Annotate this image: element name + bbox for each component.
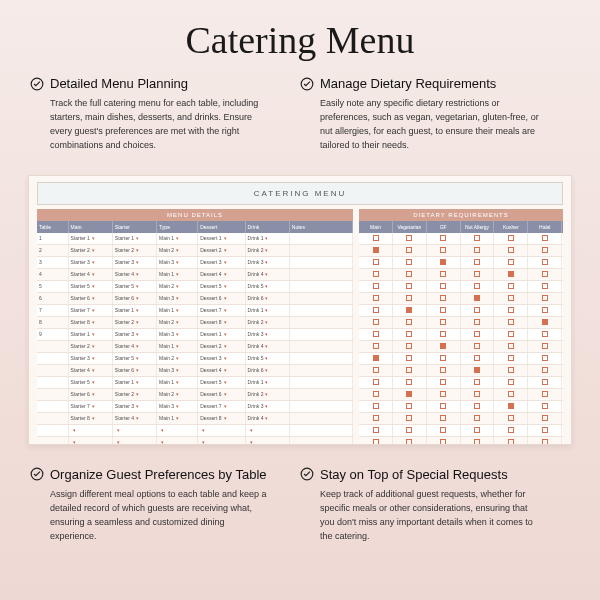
checkbox-icon[interactable]	[406, 427, 412, 433]
checkbox-icon[interactable]	[406, 331, 412, 337]
checkbox-icon[interactable]	[542, 307, 548, 313]
checkbox-icon[interactable]	[542, 271, 548, 277]
checkbox-icon[interactable]	[406, 259, 412, 265]
checkbox-icon[interactable]	[542, 379, 548, 385]
checkbox-icon[interactable]	[542, 295, 548, 301]
checkbox-icon[interactable]	[474, 427, 480, 433]
checkbox-icon[interactable]	[373, 259, 379, 265]
checkbox-icon[interactable]	[440, 379, 446, 385]
checkbox-icon[interactable]	[508, 415, 514, 421]
checkbox-icon[interactable]	[508, 367, 514, 373]
checkbox-icon[interactable]	[406, 319, 412, 325]
checkbox-icon[interactable]	[373, 307, 379, 313]
checkbox-icon[interactable]	[508, 439, 514, 445]
checkbox-icon[interactable]	[474, 379, 480, 385]
checkbox-icon[interactable]	[474, 355, 480, 361]
checkbox-icon[interactable]	[474, 283, 480, 289]
checkbox-icon[interactable]	[474, 319, 480, 325]
checkbox-icon[interactable]	[440, 247, 446, 253]
checkbox-icon[interactable]	[542, 283, 548, 289]
checkbox-icon[interactable]	[474, 415, 480, 421]
checkbox-icon[interactable]	[373, 367, 379, 373]
checkbox-icon[interactable]	[474, 307, 480, 313]
checkbox-icon[interactable]	[474, 343, 480, 349]
checkbox-icon[interactable]	[440, 355, 446, 361]
checkbox-icon[interactable]	[542, 331, 548, 337]
checkbox-icon[interactable]	[373, 271, 379, 277]
checkbox-icon[interactable]	[508, 331, 514, 337]
checkbox-icon[interactable]	[474, 271, 480, 277]
checkbox-icon[interactable]	[440, 391, 446, 397]
checkbox-icon[interactable]	[373, 247, 379, 253]
checkbox-icon[interactable]	[508, 247, 514, 253]
checkbox-icon[interactable]	[542, 319, 548, 325]
checkbox-icon[interactable]	[440, 319, 446, 325]
checkbox-icon[interactable]	[373, 439, 379, 445]
checkbox-icon[interactable]	[406, 355, 412, 361]
checkbox-icon[interactable]	[373, 235, 379, 241]
checkbox-icon[interactable]	[373, 427, 379, 433]
checkbox-icon[interactable]	[440, 439, 446, 445]
checkbox-icon[interactable]	[440, 427, 446, 433]
checkbox-icon[interactable]	[542, 343, 548, 349]
checkbox-icon[interactable]	[406, 403, 412, 409]
checkbox-icon[interactable]	[406, 235, 412, 241]
checkbox-icon[interactable]	[542, 247, 548, 253]
checkbox-icon[interactable]	[542, 427, 548, 433]
checkbox-icon[interactable]	[508, 307, 514, 313]
checkbox-icon[interactable]	[508, 283, 514, 289]
checkbox-icon[interactable]	[474, 331, 480, 337]
checkbox-icon[interactable]	[474, 403, 480, 409]
checkbox-icon[interactable]	[508, 295, 514, 301]
checkbox-icon[interactable]	[474, 259, 480, 265]
checkbox-icon[interactable]	[440, 415, 446, 421]
checkbox-icon[interactable]	[508, 403, 514, 409]
checkbox-icon[interactable]	[373, 295, 379, 301]
checkbox-icon[interactable]	[440, 403, 446, 409]
checkbox-icon[interactable]	[406, 247, 412, 253]
checkbox-icon[interactable]	[508, 271, 514, 277]
checkbox-icon[interactable]	[406, 295, 412, 301]
checkbox-icon[interactable]	[542, 391, 548, 397]
checkbox-icon[interactable]	[508, 259, 514, 265]
checkbox-icon[interactable]	[474, 391, 480, 397]
checkbox-icon[interactable]	[440, 235, 446, 241]
checkbox-icon[interactable]	[542, 415, 548, 421]
checkbox-icon[interactable]	[406, 391, 412, 397]
checkbox-icon[interactable]	[406, 367, 412, 373]
checkbox-icon[interactable]	[440, 331, 446, 337]
checkbox-icon[interactable]	[406, 271, 412, 277]
checkbox-icon[interactable]	[508, 235, 514, 241]
checkbox-icon[interactable]	[542, 259, 548, 265]
checkbox-icon[interactable]	[373, 415, 379, 421]
checkbox-icon[interactable]	[474, 235, 480, 241]
checkbox-icon[interactable]	[373, 319, 379, 325]
checkbox-icon[interactable]	[406, 439, 412, 445]
checkbox-icon[interactable]	[508, 427, 514, 433]
checkbox-icon[interactable]	[542, 439, 548, 445]
checkbox-icon[interactable]	[440, 307, 446, 313]
checkbox-icon[interactable]	[373, 331, 379, 337]
checkbox-icon[interactable]	[508, 343, 514, 349]
checkbox-icon[interactable]	[508, 355, 514, 361]
checkbox-icon[interactable]	[406, 283, 412, 289]
checkbox-icon[interactable]	[542, 355, 548, 361]
checkbox-icon[interactable]	[406, 343, 412, 349]
checkbox-icon[interactable]	[440, 271, 446, 277]
checkbox-icon[interactable]	[406, 379, 412, 385]
checkbox-icon[interactable]	[406, 307, 412, 313]
checkbox-icon[interactable]	[406, 415, 412, 421]
checkbox-icon[interactable]	[542, 367, 548, 373]
checkbox-icon[interactable]	[373, 355, 379, 361]
checkbox-icon[interactable]	[542, 235, 548, 241]
checkbox-icon[interactable]	[474, 247, 480, 253]
checkbox-icon[interactable]	[440, 343, 446, 349]
checkbox-icon[interactable]	[474, 439, 480, 445]
checkbox-icon[interactable]	[440, 367, 446, 373]
checkbox-icon[interactable]	[373, 343, 379, 349]
checkbox-icon[interactable]	[508, 319, 514, 325]
checkbox-icon[interactable]	[373, 379, 379, 385]
checkbox-icon[interactable]	[508, 379, 514, 385]
checkbox-icon[interactable]	[373, 403, 379, 409]
checkbox-icon[interactable]	[542, 403, 548, 409]
